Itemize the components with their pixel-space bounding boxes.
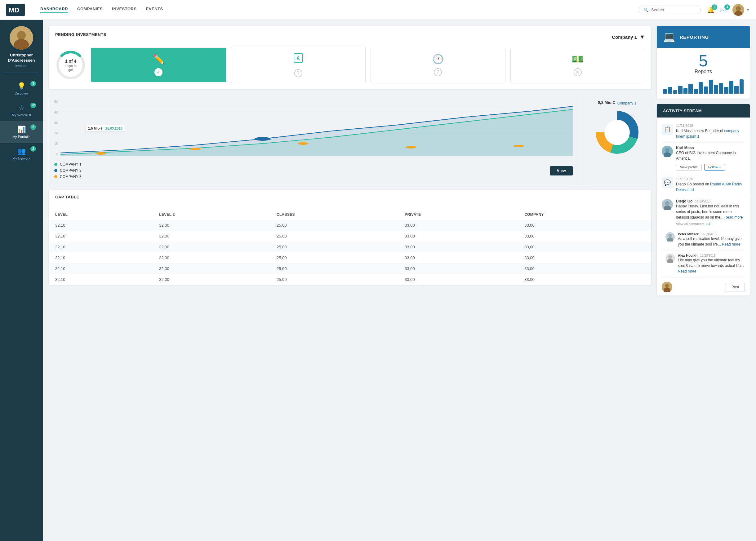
view-chart-button[interactable]: View xyxy=(550,166,573,176)
activity-content-peter: Peter Mhfser 11/19/2015 As a self realis… xyxy=(678,232,745,247)
diego-date: 11/19/2015 xyxy=(695,200,710,203)
col-classes: CLASSES xyxy=(271,209,398,220)
diego-read-more[interactable]: Read more xyxy=(724,215,743,220)
alex-name: Alex Houjkh xyxy=(678,254,698,257)
reporting-header: 💻 REPORTING xyxy=(657,26,750,48)
nav-dashboard[interactable]: DASHBOARD xyxy=(40,7,68,13)
col-level2: LEVEL 2 xyxy=(153,209,271,220)
table-row: 32,1032,0025,0033,0033,00 xyxy=(49,242,651,253)
reporting-bar xyxy=(704,87,708,94)
reporting-bar xyxy=(729,81,733,94)
table-cell: 32,10 xyxy=(49,242,153,253)
notifications-button[interactable]: 🔔 2 xyxy=(707,6,715,14)
activity-text-3: Diego Go posted on Round A/Ark Radio Det… xyxy=(676,181,745,193)
step-4-icon: 💵 xyxy=(572,54,583,65)
sidebar-divider xyxy=(4,73,38,73)
progress-circle: 1 of 4 steps to go! xyxy=(55,50,86,81)
company-selector[interactable]: Company 1 ▼ xyxy=(612,34,645,40)
activity-avatar-karl xyxy=(662,146,673,157)
reporting-bar xyxy=(683,88,687,94)
reporting-bar xyxy=(694,89,698,94)
sidebar-item-label: My Portfolio xyxy=(12,135,30,139)
messages-button[interactable]: ✉️ 3 xyxy=(720,6,727,14)
table-cell: 33,00 xyxy=(518,242,651,253)
network-icon: 👥 xyxy=(17,147,26,155)
post-button[interactable]: Post xyxy=(726,283,745,291)
activity-avatar-diego xyxy=(662,199,673,210)
pending-investments-title: PENDING INVESTMENTS xyxy=(55,32,106,37)
sidebar-item-discover[interactable]: 💡 3 Discover xyxy=(0,78,43,100)
logo[interactable]: MD xyxy=(6,4,31,16)
user-menu[interactable]: ▼ xyxy=(732,4,750,16)
reporting-bar-chart xyxy=(663,78,744,94)
alex-read-more[interactable]: Read more xyxy=(678,269,696,273)
activity-icon-3: 💬 xyxy=(662,177,673,188)
cap-table-title: CAP TABLE xyxy=(55,195,645,199)
sidebar-item-label: Discover xyxy=(15,92,28,95)
search-box[interactable]: 🔍 xyxy=(639,6,701,14)
view-profile-button[interactable]: View profile xyxy=(676,164,702,171)
nav-events[interactable]: EVENTS xyxy=(146,7,163,13)
chevron-down-icon: ▼ xyxy=(746,8,750,12)
reporting-bar xyxy=(699,82,703,94)
step-3-icon: 🕐 xyxy=(432,54,444,65)
reporting-bar xyxy=(678,86,682,94)
activity-entry-2: Karl Moss CEO of BIG Investment Company … xyxy=(662,143,745,174)
karl-name: Karl Moss xyxy=(676,146,745,150)
steps-row: 1 of 4 steps to go! ✏️ ✓ xyxy=(55,47,645,83)
cap-table-card: CAP TABLE LEVEL LEVEL 2 CLASSES PRIVATE … xyxy=(49,190,651,285)
diego-name: Diego Go xyxy=(676,199,692,204)
activity-link-1[interactable]: company lorem ipsum 1 xyxy=(676,129,739,139)
search-input[interactable] xyxy=(651,7,695,12)
table-cell: 25,00 xyxy=(271,274,398,285)
table-cell: 32,00 xyxy=(153,231,271,242)
svg-text:MD: MD xyxy=(9,6,19,14)
activity-text-1: Karl Moss is now Founder of company lore… xyxy=(676,128,745,139)
pending-investments-card: PENDING INVESTMENTS Company 1 ▼ xyxy=(49,26,651,89)
sidebar-item-network[interactable]: 👥 2 My Network xyxy=(0,143,43,165)
nav-investors[interactable]: INVESTORS xyxy=(112,7,136,13)
comments-count[interactable]: + 4 xyxy=(705,222,710,226)
center-column: PENDING INVESTMENTS Company 1 ▼ xyxy=(49,26,651,535)
svg-point-3 xyxy=(736,6,741,11)
peter-body: As a self realisation level, life may gi… xyxy=(678,236,745,247)
sidebar-username: Christopher D'Andreessen xyxy=(0,53,43,63)
nav-links: DASHBOARD COMPANIES INVESTORS EVENTS xyxy=(40,7,639,13)
reporting-bar xyxy=(740,79,744,94)
svg-point-20 xyxy=(298,142,309,145)
step-3-check: ? xyxy=(434,68,442,76)
table-cell: 32,10 xyxy=(49,263,153,274)
svg-point-41 xyxy=(665,284,669,288)
activity-content-3: 11/19/2015 Diego Go posted on Round A/Ar… xyxy=(676,177,745,193)
table-cell: 33,00 xyxy=(398,274,518,285)
activity-entry-1: 📋 11/21/2015 Karl Moss is now Founder of… xyxy=(662,121,745,143)
reporting-body: 5 Reports xyxy=(657,48,750,99)
svg-point-23 xyxy=(255,137,271,141)
table-cell: 32,00 xyxy=(153,253,271,263)
col-level: LEVEL xyxy=(49,209,153,220)
table-cell: 32,00 xyxy=(153,274,271,285)
sidebar-item-portfolio[interactable]: 📊 2 My Portfolio xyxy=(0,121,43,143)
sidebar-item-watchlist[interactable]: ☆ 32 My Watchlist xyxy=(0,100,43,121)
svg-point-22 xyxy=(513,145,524,147)
search-icon: 🔍 xyxy=(643,7,649,12)
table-cell: 33,00 xyxy=(398,263,518,274)
reporting-title: REPORTING xyxy=(680,34,709,40)
right-column: 💻 REPORTING 5 Reports ACTIVITY STREAM 📋 xyxy=(657,26,750,535)
table-cell: 33,00 xyxy=(518,263,651,274)
nav-companies[interactable]: COMPANIES xyxy=(77,7,103,13)
reporting-bar xyxy=(719,83,723,94)
activity-content-1: 11/21/2015 Karl Moss is now Founder of c… xyxy=(676,124,745,139)
col-company: COMPANY xyxy=(518,209,651,220)
network-badge: 2 xyxy=(30,146,36,152)
company-dropdown-icon: ▼ xyxy=(639,34,645,40)
peter-read-more[interactable]: Read more xyxy=(722,242,740,247)
table-row: 32,1032,0025,0033,0033,00 xyxy=(49,220,651,231)
discover-badge: 3 xyxy=(30,81,36,87)
view-all-comments[interactable]: View all comments + 4 xyxy=(676,222,745,226)
chart-tooltip: 1,5 Mio € 25.03.2016 xyxy=(85,125,125,132)
table-cell: 25,00 xyxy=(271,263,398,274)
line-chart-card: 5K4K3K2K1K0 xyxy=(49,95,578,184)
activity-link-3[interactable]: Round A/Ark Radio Detess Ltd xyxy=(676,182,742,192)
follow-button[interactable]: Follow + xyxy=(704,164,725,171)
